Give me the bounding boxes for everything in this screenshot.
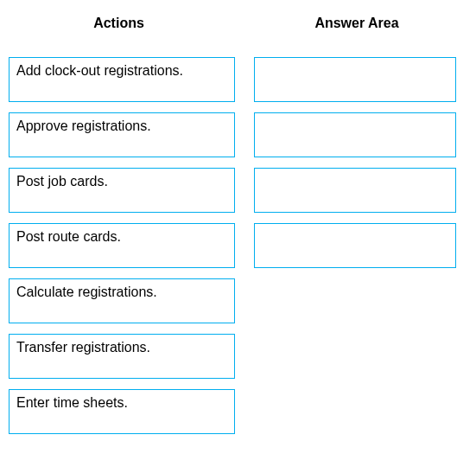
action-item-label: Post route cards. <box>16 229 121 245</box>
action-item-label: Add clock-out registrations. <box>16 63 183 79</box>
action-item-label: Transfer registrations. <box>16 340 150 355</box>
action-item-label: Calculate registrations. <box>16 284 157 300</box>
actions-column: Add clock-out registrations. Approve reg… <box>9 57 235 434</box>
action-item-calculate-registrations[interactable]: Calculate registrations. <box>9 278 235 323</box>
action-item-add-clock-out[interactable]: Add clock-out registrations. <box>9 57 235 102</box>
action-item-label: Approve registrations. <box>16 118 151 134</box>
answer-slot[interactable] <box>254 223 456 268</box>
action-item-post-route-cards[interactable]: Post route cards. <box>9 223 235 268</box>
answer-slot[interactable] <box>254 168 456 213</box>
action-item-enter-time-sheets[interactable]: Enter time sheets. <box>9 389 235 434</box>
action-item-post-job-cards[interactable]: Post job cards. <box>9 168 235 213</box>
action-item-approve-registrations[interactable]: Approve registrations. <box>9 112 235 157</box>
action-item-label: Enter time sheets. <box>16 395 128 411</box>
answer-area-header: Answer Area <box>238 16 476 31</box>
action-item-label: Post job cards. <box>16 174 108 189</box>
answer-area-column <box>254 57 456 434</box>
actions-header: Actions <box>0 16 238 31</box>
answer-slot[interactable] <box>254 112 456 157</box>
answer-slot[interactable] <box>254 57 456 102</box>
action-item-transfer-registrations[interactable]: Transfer registrations. <box>9 334 235 379</box>
